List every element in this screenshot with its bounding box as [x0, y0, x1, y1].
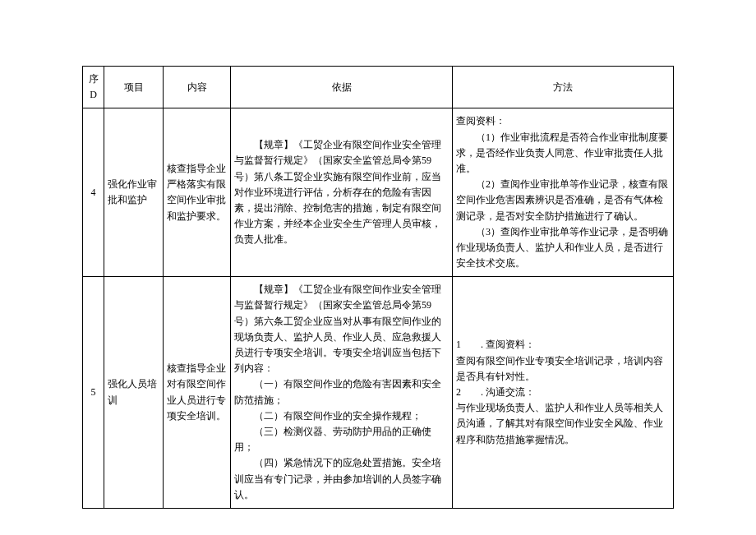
- cell-method: 查阅资料： （1）作业审批流程是否符合作业审批制度要求，是否经作业负责人同意、作…: [453, 108, 674, 277]
- cell-seq: 5: [83, 277, 104, 509]
- cell-project: 强化作业审批和监护: [104, 108, 164, 277]
- header-basis: 依据: [231, 67, 453, 108]
- header-seq: 序D: [83, 67, 104, 108]
- cell-basis: 【规章】《工贸企业有限空间作业安全管理与监督暂行规定》（国家安全监管总局令第59…: [231, 277, 453, 509]
- cell-method: 1 . 查阅资料：查阅有限空间作业专项安全培训记录，培训内容是否具有针对性。2 …: [453, 277, 674, 509]
- header-project: 项目: [104, 67, 164, 108]
- table-row: 5 强化人员培训 核查指导企业对有限空间作业人员进行专项安全培训。 【规章】《工…: [83, 277, 674, 509]
- header-method: 方法: [453, 67, 674, 108]
- table-header-row: 序D 项目 内容 依据 方法: [83, 67, 674, 108]
- inspection-table: 序D 项目 内容 依据 方法 4 强化作业审批和监护 核查指导企业严格落实有限空…: [82, 66, 674, 509]
- cell-basis: 【规章】《工贸企业有限空间作业安全管理与监督暂行规定》（国家安全监管总局令第59…: [231, 108, 453, 277]
- cell-content: 核查指导企业对有限空间作业人员进行专项安全培训。: [164, 277, 231, 509]
- cell-content: 核查指导企业严格落实有限空间作业审批和监护要求。: [164, 108, 231, 277]
- header-content: 内容: [164, 67, 231, 108]
- cell-project: 强化人员培训: [104, 277, 164, 509]
- cell-seq: 4: [83, 108, 104, 277]
- table-row: 4 强化作业审批和监护 核查指导企业严格落实有限空间作业审批和监护要求。 【规章…: [83, 108, 674, 277]
